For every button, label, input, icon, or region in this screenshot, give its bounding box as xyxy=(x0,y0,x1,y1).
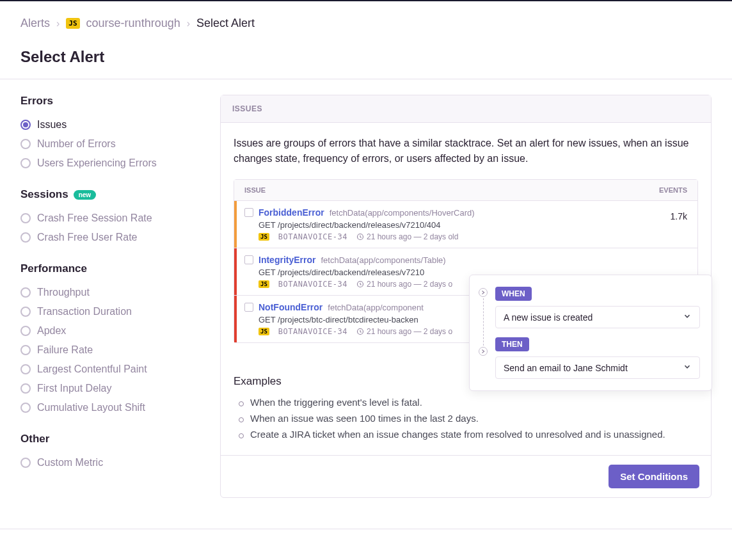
group-title: Errors xyxy=(20,95,200,108)
sidebar-item[interactable]: Apdex xyxy=(20,321,200,340)
checkbox[interactable] xyxy=(244,255,253,264)
issue-path: GET /projects/direct/backend/releases/v7… xyxy=(259,220,645,230)
project-badge-small: JS xyxy=(259,280,269,288)
group-title: Performance xyxy=(20,262,200,275)
set-conditions-button[interactable]: Set Conditions xyxy=(609,465,699,488)
checkbox[interactable] xyxy=(244,208,253,217)
examples-list: When the triggering event's level is fat… xyxy=(234,394,698,442)
chevron-right-icon: › xyxy=(56,18,60,29)
sidebar-item[interactable]: Issues xyxy=(20,115,200,134)
checkbox[interactable] xyxy=(244,303,253,312)
rule-overlay: WHEN A new issue is created THEN Send an… xyxy=(469,275,712,391)
sidebar-item[interactable]: Users Experiencing Errors xyxy=(20,154,200,173)
radio-icon xyxy=(20,307,31,317)
when-value: A new issue is created xyxy=(504,312,593,323)
sidebar: ErrorsIssuesNumber of ErrorsUsers Experi… xyxy=(20,95,200,498)
issue-source: fetchData(app/components/Table) xyxy=(321,255,445,265)
list-item: When an issue was seen 100 times in the … xyxy=(239,410,698,426)
project-badge-small: JS xyxy=(259,233,269,241)
sidebar-item[interactable]: Throughput xyxy=(20,283,200,302)
sidebar-item[interactable]: First Input Delay xyxy=(20,379,200,398)
sidebar-item-label: Crash Free User Rate xyxy=(37,232,138,243)
sidebar-item-label: Crash Free Session Rate xyxy=(37,212,152,224)
group-title: Sessionsnew xyxy=(20,188,200,201)
list-item: When the triggering event's level is fat… xyxy=(239,394,698,410)
sidebar-item-label: Cumulative Layout Shift xyxy=(37,402,145,413)
sidebar-item-label: First Input Delay xyxy=(37,383,111,394)
when-tag: WHEN xyxy=(495,287,532,301)
issue-name[interactable]: IntegrityError xyxy=(259,255,315,265)
then-value: Send an email to Jane Schmidt xyxy=(504,363,628,373)
radio-icon xyxy=(20,364,31,374)
sidebar-item-label: Issues xyxy=(37,119,67,131)
issue-project: BOTANAVOICE-34 xyxy=(278,280,347,289)
col-events: EVENTS xyxy=(659,186,687,194)
events-count: 1.7k xyxy=(653,201,697,221)
then-select[interactable]: Send an email to Jane Schmidt xyxy=(495,356,700,379)
sidebar-item[interactable]: Crash Free Session Rate xyxy=(20,209,200,228)
project-badge: JS xyxy=(66,18,79,29)
sidebar-item[interactable]: Largest Contentful Paint xyxy=(20,360,200,379)
radio-icon xyxy=(20,213,31,223)
chevron-down-icon xyxy=(683,362,692,373)
col-issue: ISSUE xyxy=(244,186,266,194)
sidebar-item-label: Largest Contentful Paint xyxy=(37,364,147,375)
breadcrumb-root[interactable]: Alerts xyxy=(20,17,50,30)
issue-source: fetchData(app/components/HoverCard) xyxy=(330,208,475,218)
radio-icon xyxy=(20,120,31,130)
sidebar-item-label: Throughput xyxy=(37,287,90,298)
radio-icon xyxy=(20,458,31,468)
radio-icon xyxy=(20,139,31,149)
breadcrumb-current: Select Alert xyxy=(196,17,255,30)
when-select[interactable]: A new issue is created xyxy=(495,306,700,328)
timeline-dot-icon xyxy=(479,347,488,356)
radio-icon xyxy=(20,345,31,355)
project-badge-small: JS xyxy=(259,328,269,335)
issue-name[interactable]: ForbiddenError xyxy=(259,207,324,218)
main-panel: ISSUES Issues are groups of errors that … xyxy=(220,95,712,498)
then-tag: THEN xyxy=(495,337,529,351)
radio-icon xyxy=(20,232,31,243)
sidebar-item-label: Custom Metric xyxy=(37,457,103,468)
issue-time: 21 hours ago — 2 days o xyxy=(356,327,452,336)
sidebar-item-label: Apdex xyxy=(37,325,66,337)
sidebar-item[interactable]: Custom Metric xyxy=(20,453,200,472)
sidebar-item-label: Users Experiencing Errors xyxy=(37,157,157,169)
sidebar-item[interactable]: Cumulative Layout Shift xyxy=(20,398,200,417)
table-row[interactable]: ForbiddenErrorfetchData(app/components/H… xyxy=(234,201,697,248)
issue-project: BOTANAVOICE-34 xyxy=(278,232,347,241)
panel-header: ISSUES xyxy=(221,95,711,123)
events-count xyxy=(653,248,697,259)
group-title: Other xyxy=(20,433,200,445)
list-item: Create a JIRA ticket when an issue chang… xyxy=(239,426,698,442)
chevron-down-icon xyxy=(683,312,692,323)
issue-name[interactable]: NotFoundError xyxy=(259,302,322,312)
sidebar-item-label: Failure Rate xyxy=(37,344,93,356)
panel-description: Issues are groups of errors that have a … xyxy=(234,136,698,166)
sidebar-item-label: Transaction Duration xyxy=(37,306,132,317)
sidebar-item[interactable]: Transaction Duration xyxy=(20,302,200,321)
sidebar-item[interactable]: Failure Rate xyxy=(20,340,200,360)
breadcrumb-project[interactable]: course-runthrough xyxy=(86,17,180,30)
radio-icon xyxy=(20,403,31,413)
chevron-right-icon: › xyxy=(187,18,190,29)
breadcrumb: Alerts › JS course-runthrough › Select A… xyxy=(20,17,712,30)
page-title: Select Alert xyxy=(20,48,712,66)
radio-icon xyxy=(20,158,31,168)
sidebar-item[interactable]: Crash Free User Rate xyxy=(20,228,200,247)
issue-time: 21 hours ago — 2 days old xyxy=(356,232,458,241)
radio-icon xyxy=(20,383,31,394)
issue-project: BOTANAVOICE-34 xyxy=(278,327,347,336)
issue-source: fetchData(app/component xyxy=(328,303,424,312)
timeline-dot-icon xyxy=(479,288,488,297)
new-badge: new xyxy=(74,190,96,200)
radio-icon xyxy=(20,326,31,336)
radio-icon xyxy=(20,287,31,298)
sidebar-item-label: Number of Errors xyxy=(37,138,116,150)
issue-time: 21 hours ago — 2 days o xyxy=(356,280,452,289)
sidebar-item[interactable]: Number of Errors xyxy=(20,134,200,154)
